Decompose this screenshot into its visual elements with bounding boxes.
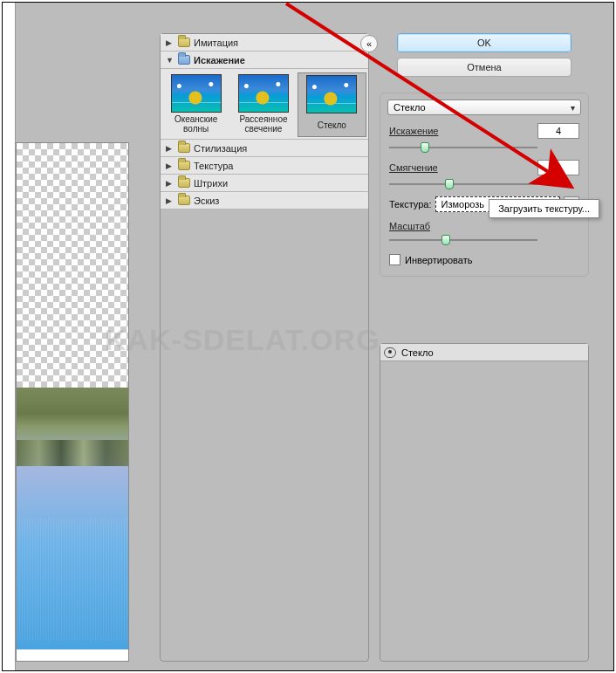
folder-icon <box>178 143 190 153</box>
collapse-button[interactable]: « <box>360 35 378 52</box>
param-label: Смягчение <box>389 162 472 173</box>
category-label: Стилизация <box>194 143 247 154</box>
slider-thumb[interactable] <box>441 235 450 245</box>
slider-track <box>389 183 537 185</box>
smoothness-slider[interactable] <box>389 179 579 189</box>
transparency-checker <box>17 143 128 388</box>
folder-open-icon <box>178 55 190 65</box>
slider-track <box>389 239 537 241</box>
category-stylization[interactable]: ▶ Стилизация <box>161 140 368 157</box>
chevron-right-icon: ▶ <box>166 196 175 205</box>
chevron-right-icon: ▶ <box>166 144 175 153</box>
scale-slider[interactable] <box>389 235 579 245</box>
param-distortion: Искажение 4 <box>389 123 579 139</box>
filter-categories-panel: ▶ Имитация ▼ Искажение Океанские волны Р… <box>160 33 369 662</box>
thumbnail-label: Рассеянное свечение <box>231 114 295 134</box>
chevron-right-icon: ▶ <box>166 38 175 47</box>
thumb-ocean-ripple[interactable]: Океанские волны <box>162 72 229 137</box>
filter-name-value: Стекло <box>394 102 426 113</box>
param-label: Масштаб <box>389 221 472 231</box>
param-scale: Масштаб <box>389 221 579 231</box>
slider-track <box>389 147 537 148</box>
smoothness-input[interactable]: 6 <box>537 160 579 175</box>
category-distortion[interactable]: ▼ Искажение <box>161 52 368 69</box>
filter-settings-group: Стекло Искажение 4 Смягчение 6 Текстура: <box>380 93 589 277</box>
category-imitation[interactable]: ▶ Имитация <box>161 34 368 52</box>
category-label: Эскиз <box>194 196 219 206</box>
controls-panel: « OK Отмена Стекло Искажение 4 Смягч <box>380 33 589 277</box>
thumb-glass[interactable]: Стекло <box>298 72 366 137</box>
app-frame: ▶ Имитация ▼ Искажение Океанские волны Р… <box>2 2 614 671</box>
thumbnail-label: Стекло <box>300 115 364 134</box>
filter-gallery-window: ▶ Имитация ▼ Искажение Океанские волны Р… <box>15 3 613 670</box>
filter-name-dropdown[interactable]: Стекло <box>387 100 581 115</box>
collapse-icon: « <box>366 38 372 49</box>
preview-image <box>17 388 128 649</box>
folder-icon <box>178 38 190 47</box>
popup-label: Загрузить текстуру... <box>498 203 590 214</box>
effect-layer-row[interactable]: Стекло <box>380 344 588 361</box>
distortion-input[interactable]: 4 <box>537 123 579 139</box>
ok-label: OK <box>477 38 491 48</box>
category-texture[interactable]: ▶ Текстура <box>161 157 368 175</box>
chevron-right-icon: ▶ <box>166 161 175 170</box>
param-label: Искажение <box>389 126 472 136</box>
chevron-right-icon: ▶ <box>166 179 175 188</box>
thumbnail-image <box>238 74 289 113</box>
category-label: Текстура <box>194 161 233 171</box>
category-label: Искажение <box>194 55 245 65</box>
chevron-down-icon: ▼ <box>166 56 175 65</box>
category-label: Штрихи <box>194 178 228 189</box>
folder-icon <box>178 196 190 205</box>
folder-icon <box>178 161 190 170</box>
category-sketch[interactable]: ▶ Эскиз <box>161 192 368 209</box>
thumbnail-image <box>306 75 357 113</box>
thumbnail-label: Океанские волны <box>164 114 228 134</box>
effect-layers-panel: Стекло <box>380 343 589 662</box>
param-label: Текстура: <box>389 199 432 209</box>
invert-label: Инвертировать <box>405 255 472 265</box>
category-strokes[interactable]: ▶ Штрихи <box>161 175 368 192</box>
effect-layer-label: Стекло <box>401 347 434 358</box>
thumb-diffuse-glow[interactable]: Рассеянное свечение <box>229 72 297 137</box>
slider-thumb[interactable] <box>421 142 429 153</box>
load-texture-popup[interactable]: Загрузить текстуру... <box>489 199 599 218</box>
visibility-eye-icon[interactable] <box>384 347 396 358</box>
folder-icon <box>178 178 190 188</box>
texture-value: Изморозь <box>441 199 485 209</box>
cancel-label: Отмена <box>467 62 501 72</box>
ok-button[interactable]: OK <box>397 33 572 52</box>
category-label: Имитация <box>194 38 238 48</box>
cancel-button[interactable]: Отмена <box>397 58 572 77</box>
filter-thumbnails: Океанские волны Рассеянное свечение Стек… <box>161 69 368 140</box>
thumbnail-image <box>171 74 222 113</box>
distortion-slider[interactable] <box>389 142 579 153</box>
preview-pane <box>16 142 129 662</box>
param-smoothness: Смягчение 6 <box>389 160 579 175</box>
slider-thumb[interactable] <box>445 179 454 189</box>
checkbox-icon[interactable] <box>389 254 400 265</box>
invert-checkbox-row[interactable]: Инвертировать <box>389 254 579 265</box>
